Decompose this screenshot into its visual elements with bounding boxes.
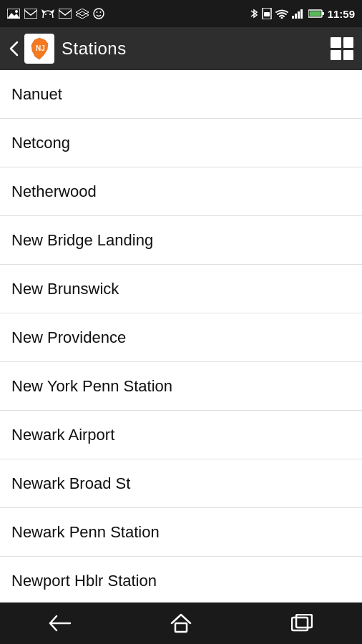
bluetooth-icon [250, 8, 258, 19]
status-icons-left [7, 8, 104, 19]
back-chevron-icon[interactable] [9, 41, 19, 57]
station-name: New Bridge Landing [11, 231, 153, 250]
app-bar: NJ Stations [0, 27, 362, 70]
svg-marker-9 [76, 9, 89, 16]
cat-icon [41, 8, 54, 19]
station-list-item[interactable]: Nanuet [0, 70, 362, 119]
recent-apps-icon [291, 614, 313, 633]
svg-text:NJ: NJ [36, 44, 45, 52]
back-nav-icon [48, 614, 72, 633]
svg-rect-28 [296, 615, 312, 628]
signal-icon [292, 9, 305, 19]
svg-marker-1 [7, 13, 20, 19]
svg-rect-18 [295, 14, 297, 19]
status-bar: 11:59 [0, 0, 362, 27]
station-name: Netherwood [11, 182, 97, 201]
svg-marker-10 [76, 11, 89, 19]
smiley-icon [93, 8, 104, 19]
grid-view-button[interactable] [331, 37, 353, 60]
battery-icon [308, 9, 324, 18]
station-name: Newark Airport [11, 426, 114, 444]
page-title: Stations [62, 39, 127, 59]
station-name: New Providence [11, 328, 126, 347]
station-list-item[interactable]: New Brunswick [0, 265, 362, 313]
station-name: Netcong [11, 134, 70, 152]
svg-rect-8 [59, 9, 72, 19]
station-list-item[interactable]: Newark Penn Station [0, 508, 362, 557]
svg-rect-26 [175, 623, 187, 632]
station-name: Newark Penn Station [11, 523, 160, 542]
svg-rect-22 [322, 12, 324, 15]
station-list-item[interactable]: New York Penn Station [0, 362, 362, 411]
station-name: Newark Broad St [11, 474, 130, 493]
svg-rect-19 [298, 11, 300, 19]
wifi-icon [275, 9, 288, 19]
app-bar-left: NJ Stations [9, 34, 127, 64]
svg-rect-20 [300, 9, 303, 19]
home-nav-icon [170, 613, 192, 633]
status-icons-right: 11:59 [250, 8, 355, 20]
svg-rect-3 [24, 9, 37, 19]
station-list-item[interactable]: Newport Hblr Station [0, 557, 362, 602]
station-name: New York Penn Station [11, 377, 172, 396]
station-list-item[interactable]: Netcong [0, 119, 362, 167]
station-name: New Brunswick [11, 280, 119, 298]
svg-rect-23 [309, 11, 321, 16]
station-list: NanuetNetcongNetherwoodNew Bridge Landin… [0, 70, 362, 602]
svg-point-11 [94, 9, 104, 19]
svg-point-7 [49, 14, 51, 15]
svg-point-2 [15, 10, 18, 13]
image-icon [7, 9, 20, 19]
app-logo: NJ [24, 34, 54, 64]
station-list-item[interactable]: New Bridge Landing [0, 216, 362, 265]
layers-icon [76, 9, 89, 19]
svg-point-13 [100, 11, 102, 13]
bottom-nav-bar [0, 602, 362, 644]
station-list-item[interactable]: Netherwood [0, 167, 362, 216]
clock: 11:59 [328, 8, 355, 20]
sim-icon [262, 8, 272, 19]
svg-rect-17 [292, 16, 294, 19]
station-name: Newport Hblr Station [11, 572, 157, 590]
grid-cell-3 [331, 50, 341, 61]
station-list-item[interactable]: New Providence [0, 313, 362, 362]
station-list-item[interactable]: Newark Airport [0, 411, 362, 459]
svg-point-6 [45, 14, 47, 15]
grid-cell-1 [331, 37, 341, 48]
svg-point-12 [97, 11, 98, 13]
station-name: Nanuet [11, 85, 62, 104]
home-button[interactable] [160, 609, 202, 638]
mail-icon [59, 9, 72, 19]
back-button[interactable] [39, 609, 82, 638]
station-list-item[interactable]: Newark Broad St [0, 459, 362, 508]
recent-apps-button[interactable] [280, 609, 323, 638]
svg-rect-15 [264, 12, 270, 16]
svg-rect-27 [292, 618, 308, 630]
gmail-icon [24, 9, 37, 19]
grid-cell-2 [343, 37, 354, 48]
grid-cell-4 [343, 50, 354, 61]
svg-point-16 [280, 17, 283, 19]
